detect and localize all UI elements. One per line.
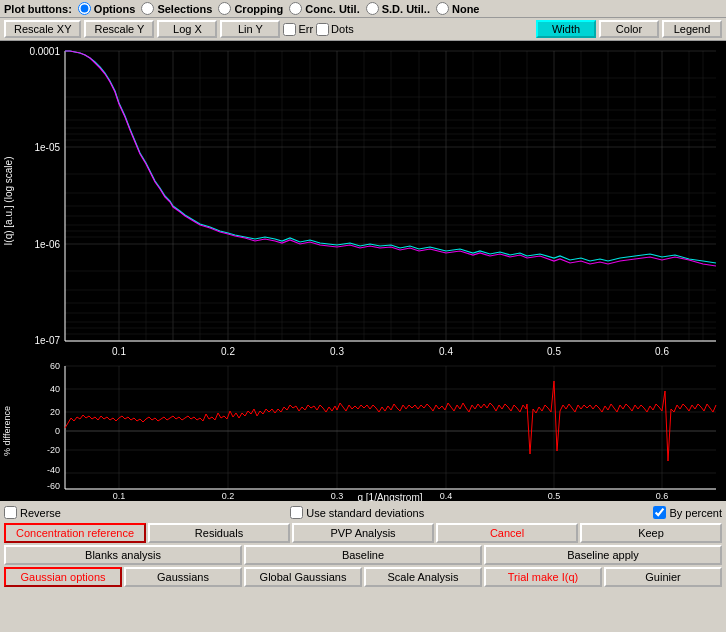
svg-text:0.6: 0.6 [655, 346, 669, 357]
width-button[interactable]: Width [536, 20, 596, 38]
radio-options[interactable]: Options [78, 2, 136, 15]
trial-make-iq-button[interactable]: Trial make I(q) [484, 567, 602, 587]
svg-text:0: 0 [55, 426, 60, 436]
svg-text:0.1: 0.1 [113, 491, 126, 501]
log-x-button[interactable]: Log X [157, 20, 217, 38]
analysis-buttons-row: Concentration reference Residuals PVP An… [4, 523, 722, 543]
gaussians-button[interactable]: Gaussians [124, 567, 242, 587]
svg-text:0.3: 0.3 [330, 346, 344, 357]
radio-none[interactable]: None [436, 2, 480, 15]
color-button[interactable]: Color [599, 20, 659, 38]
svg-text:0.5: 0.5 [547, 346, 561, 357]
svg-text:1e-07: 1e-07 [34, 335, 60, 346]
scale-analysis-button[interactable]: Scale Analysis [364, 567, 482, 587]
keep-button[interactable]: Keep [580, 523, 722, 543]
svg-text:0.2: 0.2 [222, 491, 235, 501]
svg-text:20: 20 [50, 407, 60, 417]
rescale-xy-button[interactable]: Rescale XY [4, 20, 81, 38]
by-percent-label[interactable]: By percent [653, 506, 722, 519]
baseline-buttons-row: Blanks analysis Baseline Baseline apply [4, 545, 722, 565]
radio-selections[interactable]: Selections [141, 2, 212, 15]
svg-text:% difference: % difference [2, 406, 12, 456]
svg-text:-20: -20 [47, 445, 60, 455]
pvp-analysis-button[interactable]: PVP Analysis [292, 523, 434, 543]
plot-buttons-bar: Plot buttons: Options Selections Croppin… [0, 0, 726, 18]
std-dev-checkbox[interactable] [290, 506, 303, 519]
svg-text:40: 40 [50, 384, 60, 394]
legend-button[interactable]: Legend [662, 20, 722, 38]
radio-cropping[interactable]: Cropping [218, 2, 283, 15]
svg-text:0.4: 0.4 [439, 346, 453, 357]
dots-checkbox-label[interactable]: Dots [316, 23, 354, 36]
reverse-checkbox[interactable] [4, 506, 17, 519]
svg-text:60: 60 [50, 361, 60, 371]
by-percent-checkbox[interactable] [653, 506, 666, 519]
plot-buttons-label: Plot buttons: [4, 3, 72, 15]
global-gaussians-button[interactable]: Global Gaussians [244, 567, 362, 587]
svg-text:q [1/Angstrom]: q [1/Angstrom] [357, 492, 422, 501]
svg-text:-60: -60 [47, 481, 60, 491]
svg-text:-40: -40 [47, 465, 60, 475]
reverse-label[interactable]: Reverse [4, 506, 61, 519]
svg-text:0.3: 0.3 [331, 491, 344, 501]
svg-text:I(q) [a.u.] (log scale): I(q) [a.u.] (log scale) [3, 157, 14, 246]
radio-conc-util[interactable]: Conc. Util. [289, 2, 359, 15]
err-checkbox-label[interactable]: Err [283, 23, 313, 36]
svg-text:0.2: 0.2 [221, 346, 235, 357]
svg-text:0.0001: 0.0001 [29, 46, 60, 57]
bottom-controls: Reverse Use standard deviations By perce… [0, 501, 726, 592]
svg-text:1e-06: 1e-06 [34, 239, 60, 250]
lin-y-button[interactable]: Lin Y [220, 20, 280, 38]
blanks-analysis-button[interactable]: Blanks analysis [4, 545, 242, 565]
rescale-y-button[interactable]: Rescale Y [84, 20, 154, 38]
gaussian-buttons-row: Gaussian options Gaussians Global Gaussi… [4, 567, 722, 587]
svg-text:0.6: 0.6 [656, 491, 669, 501]
guinier-button[interactable]: Guinier [604, 567, 722, 587]
options-row: Reverse Use standard deviations By perce… [4, 504, 722, 521]
gaussian-options-button[interactable]: Gaussian options [4, 567, 122, 587]
baseline-apply-button[interactable]: Baseline apply [484, 545, 722, 565]
cancel-button[interactable]: Cancel [436, 523, 578, 543]
radio-sd-util[interactable]: S.D. Util.. [366, 2, 430, 15]
svg-text:0.4: 0.4 [440, 491, 453, 501]
residuals-button[interactable]: Residuals [148, 523, 290, 543]
svg-text:0.5: 0.5 [548, 491, 561, 501]
toolbar: Rescale XY Rescale Y Log X Lin Y Err Dot… [0, 18, 726, 41]
main-plot: 0.0001 1e-05 1e-06 1e-07 0.1 0.2 0.3 0.4… [0, 41, 726, 361]
baseline-button[interactable]: Baseline [244, 545, 482, 565]
svg-text:0.1: 0.1 [112, 346, 126, 357]
svg-text:1e-05: 1e-05 [34, 142, 60, 153]
std-dev-label[interactable]: Use standard deviations [290, 506, 424, 519]
diff-plot: 60 40 20 0 -20 -40 -60 % difference 0.1 … [0, 361, 726, 501]
concentration-reference-button[interactable]: Concentration reference [4, 523, 146, 543]
